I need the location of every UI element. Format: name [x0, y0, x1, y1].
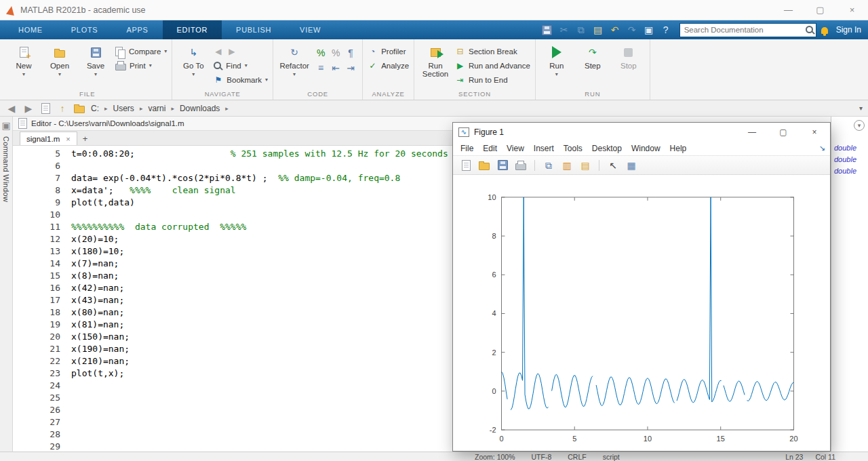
undo-icon: ↶	[609, 24, 621, 36]
command-window-label[interactable]: Command Window	[2, 136, 10, 202]
save-icon[interactable]	[541, 24, 553, 36]
profiler-button[interactable]: ◔Profiler	[368, 45, 409, 57]
switch-windows-icon[interactable]: ▣	[643, 24, 655, 36]
tab-editor[interactable]: EDITOR	[163, 20, 222, 39]
open-file-icon[interactable]	[478, 159, 490, 172]
figure-close-button[interactable]: ×	[799, 123, 830, 141]
comment-button[interactable]: %	[314, 46, 328, 60]
wrap-comments-button[interactable]: ¶	[344, 46, 357, 60]
tab-view[interactable]: VIEW	[285, 20, 335, 39]
stop-button[interactable]: Stop	[612, 41, 645, 88]
section-break-button[interactable]: ⊟Section Break	[455, 45, 530, 57]
forward-icon[interactable]: ▶	[22, 102, 35, 115]
new-figure-icon[interactable]	[460, 159, 472, 172]
code-comment: %% damp=-0.04, freq=0.8	[278, 173, 400, 183]
dock-figure-icon[interactable]: ↘	[819, 144, 825, 153]
uncomment-button[interactable]: %	[329, 46, 342, 60]
new-document-icon[interactable]	[39, 102, 52, 115]
run-and-advance-button[interactable]: ▶Run and Advance	[455, 60, 530, 71]
figure-menu-file[interactable]: File	[456, 142, 478, 155]
run-to-end-button[interactable]: ⇥Run to End	[455, 74, 530, 85]
figure-menu-edit[interactable]: Edit	[478, 142, 502, 155]
breadcrumb-varni[interactable]: varni	[147, 104, 166, 113]
navigate-history-buttons[interactable]: ◀▶	[213, 45, 268, 57]
property-inspector-icon[interactable]: ▦	[625, 159, 637, 172]
tab-close-icon[interactable]: ×	[66, 135, 70, 143]
tab-publish[interactable]: PUBLISH	[222, 20, 285, 39]
figure-plot[interactable]: 05101520-20246810	[453, 175, 830, 451]
search-documentation-input[interactable]	[679, 23, 816, 37]
run-section-button[interactable]: Run Section	[419, 41, 452, 88]
maximize-button[interactable]: ▢	[804, 0, 836, 20]
save-figure-icon[interactable]	[496, 159, 509, 172]
workspace-class-cell[interactable]: double	[831, 167, 868, 178]
bookmark-button[interactable]: ⚑Bookmark▾	[213, 74, 268, 85]
insert-legend-icon[interactable]: ▤	[579, 159, 591, 172]
breadcrumb-users[interactable]: Users	[113, 104, 135, 113]
indent-right-button[interactable]: ⇥	[344, 61, 357, 75]
new-tab-button[interactable]: +	[79, 132, 92, 145]
figure-titlebar[interactable]: ∿ Figure 1 —▢×	[453, 123, 830, 141]
indent-left-button[interactable]: ⇤	[329, 61, 342, 75]
status-items: Zoom: 100%UTF-8CRLFscript	[475, 452, 620, 461]
tab-plots[interactable]: PLOTS	[57, 20, 113, 39]
workspace-class-cell[interactable]: double	[831, 144, 868, 155]
close-button[interactable]: ×	[836, 0, 868, 20]
redo-icon[interactable]: ↷	[626, 24, 638, 36]
edit-plot-icon[interactable]: ↖	[607, 159, 619, 172]
print-button[interactable]: Print▾	[115, 60, 167, 71]
comment-icon: %	[315, 47, 327, 59]
line-number: 17	[13, 294, 71, 306]
undo-icon[interactable]: ↶	[609, 24, 621, 36]
figure-window[interactable]: ∿ Figure 1 —▢× FileEditViewInsertToolsDe…	[452, 122, 831, 452]
line-number: 11	[13, 221, 71, 233]
tab-signal1m[interactable]: signal1.m ×	[20, 132, 77, 145]
figure-maximize-button[interactable]: ▢	[768, 123, 799, 141]
back-icon[interactable]: ◀	[5, 102, 18, 115]
figure-menu-window[interactable]: Window	[627, 142, 665, 155]
paste-icon[interactable]: ▤	[592, 24, 604, 36]
up-one-level-icon: ↑	[56, 102, 68, 115]
workspace-class-cell[interactable]: double	[831, 155, 868, 167]
address-dropdown-icon[interactable]: ▾	[859, 104, 863, 112]
breadcrumb-c[interactable]: C:	[90, 104, 100, 113]
figure-menu-view[interactable]: View	[502, 142, 529, 155]
insert-colorbar-icon[interactable]: ▥	[561, 159, 573, 172]
smart-indent-button[interactable]: ≡	[314, 61, 328, 75]
status-item: Ln 23	[785, 453, 803, 461]
figure-menu-tools[interactable]: Tools	[559, 142, 587, 155]
minimize-button[interactable]: —	[772, 0, 804, 20]
cut-icon[interactable]: ✂	[558, 24, 570, 36]
browse-folder-icon[interactable]	[73, 102, 85, 115]
open-button[interactable]: Open▾	[43, 41, 76, 88]
notifications-icon[interactable]	[821, 27, 828, 34]
tab-home[interactable]: HOME	[4, 20, 57, 39]
compare-button[interactable]: Compare▾	[115, 45, 167, 57]
analyze-button[interactable]: ✓Analyze	[368, 60, 409, 71]
line-number: 27	[13, 416, 71, 428]
goto-button[interactable]: ↳Go To▾	[177, 41, 210, 88]
workspace-menu-icon[interactable]: ▾	[854, 120, 865, 131]
step-button[interactable]: ↷Step	[576, 41, 609, 88]
line-number: 24	[13, 380, 71, 392]
up-one-level-icon[interactable]: ↑	[56, 102, 68, 115]
figure-menu-insert[interactable]: Insert	[529, 142, 559, 155]
find-button[interactable]: Find▾	[213, 60, 268, 71]
tab-apps[interactable]: APPS	[112, 20, 162, 39]
run-button[interactable]: Run▾	[540, 41, 573, 88]
link-plot-icon[interactable]: ⧉	[542, 159, 555, 172]
figure-minimize-button[interactable]: —	[736, 123, 768, 141]
help-icon[interactable]: ?	[660, 24, 672, 36]
figure-menu-help[interactable]: Help	[665, 142, 692, 155]
breadcrumb-downloads[interactable]: Downloads	[179, 104, 220, 113]
refactor-button[interactable]: ↻Refactor▾	[278, 41, 311, 88]
sign-in-link[interactable]: Sign In	[836, 25, 861, 35]
figure-menu-desktop[interactable]: Desktop	[587, 142, 627, 155]
save-button[interactable]: Save▾	[79, 41, 112, 88]
new-button[interactable]: New▾	[7, 41, 40, 88]
command-window-collapsed-panel[interactable]: ▣ Command Window	[0, 117, 13, 452]
property-inspector-icon: ▦	[625, 159, 637, 172]
search-icon[interactable]	[805, 25, 814, 35]
copy-icon[interactable]: ⧉	[575, 24, 587, 36]
print-figure-icon[interactable]	[515, 159, 527, 172]
